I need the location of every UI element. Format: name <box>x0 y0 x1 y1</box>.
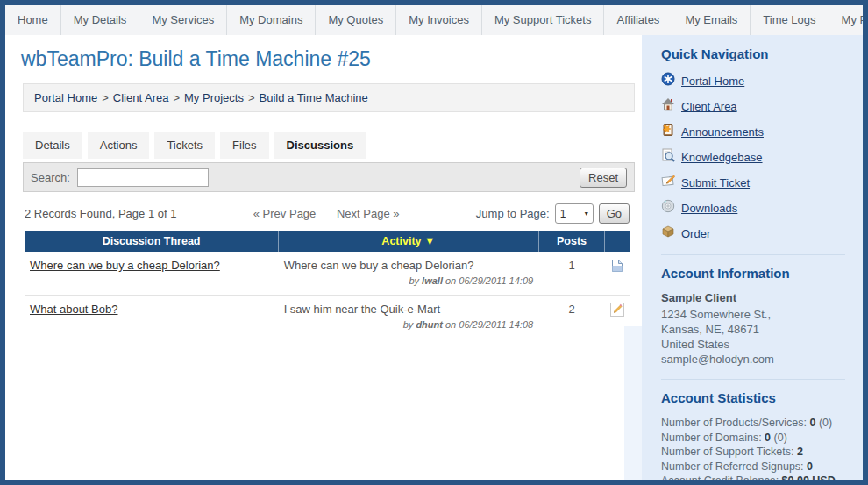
breadcrumb-client-area[interactable]: Client Area <box>113 91 169 104</box>
stat-label: Number of Support Tickets: <box>661 446 797 458</box>
nav-item-time-logs[interactable]: Time Logs <box>751 5 829 35</box>
sidebar: Quick Navigation Portal Home Client Area <box>642 35 863 480</box>
jump-to-page-label: Jump to Page: <box>476 207 550 220</box>
thread-link[interactable]: What about Bob? <box>30 303 117 316</box>
nav-item-my-projects[interactable]: My Projects <box>829 5 868 35</box>
activity-byline: by lwall on 06/29/2011 14:09 <box>284 275 534 286</box>
breadcrumb-my-projects[interactable]: My Projects <box>184 91 244 104</box>
stat-label: Account Credit Balance: <box>661 474 782 485</box>
content-area: Quick Navigation Portal Home Client Area <box>5 35 863 480</box>
go-button[interactable]: Go <box>599 203 630 224</box>
column-header-icon <box>605 231 630 252</box>
byline-author: dhunt <box>416 319 443 330</box>
tab-tickets[interactable]: Tickets <box>154 132 215 159</box>
sidebar-link-label[interactable]: Client Area <box>681 100 737 113</box>
jump-page-value: 1 <box>560 208 566 220</box>
sidebar-link-label[interactable]: Order <box>681 227 710 240</box>
account-statistics-section: Account Statistics Number of Products/Se… <box>661 390 845 485</box>
stat-value: 0 <box>807 460 813 473</box>
nav-item-affiliates[interactable]: Affiliates <box>604 5 672 35</box>
pencil-edit-icon[interactable] <box>610 303 624 319</box>
document-icon[interactable] <box>611 259 623 275</box>
announcement-icon <box>661 123 675 140</box>
nav-item-home[interactable]: Home <box>5 5 61 35</box>
tab-discussions[interactable]: Discussions <box>274 132 366 159</box>
nav-item-my-quotes[interactable]: My Quotes <box>316 5 396 35</box>
stat-suffix: (0) <box>771 432 787 444</box>
search-input[interactable] <box>77 168 209 187</box>
posts-count: 1 <box>538 252 605 296</box>
sidebar-item-client-area[interactable]: Client Area <box>661 97 845 115</box>
sidebar-item-portal-home[interactable]: Portal Home <box>661 72 845 89</box>
tab-actions[interactable]: Actions <box>88 132 150 159</box>
sidebar-link-label[interactable]: Knowledgebase <box>681 151 763 164</box>
pagination-bar: 2 Records Found, Page 1 of 1 « Prev Page… <box>25 203 630 224</box>
byline-date: on 06/29/2011 14:09 <box>445 275 533 286</box>
sidebar-item-downloads[interactable]: Downloads <box>661 199 845 217</box>
column-header-label: Activity <box>381 235 421 247</box>
account-statistics-heading: Account Statistics <box>661 390 845 405</box>
table-row: Where can we buy a cheap Delorian? Where… <box>25 252 630 296</box>
breadcrumb-portal-home[interactable]: Portal Home <box>34 91 97 104</box>
nav-item-my-support-tickets[interactable]: My Support Tickets <box>482 5 605 35</box>
pager-links: « Prev Page Next Page » <box>176 207 475 220</box>
page-title: wbTeamPro: Build a Time Machine #25 <box>21 47 635 71</box>
sidebar-item-submit-ticket[interactable]: Submit Ticket <box>661 174 845 191</box>
byline-author: lwall <box>422 275 443 286</box>
breadcrumb-current-project[interactable]: Build a Time Machine <box>260 91 368 104</box>
breadcrumb-separator: > <box>173 91 180 104</box>
tab-files[interactable]: Files <box>220 132 268 159</box>
main-nav: Home My Details My Services My Domains M… <box>5 5 863 35</box>
stat-label: Number of Referred Signups: <box>661 460 807 473</box>
column-header-discussion-thread[interactable]: Discussion Thread <box>25 231 279 252</box>
account-address-line: 1234 Somewhere St., <box>661 307 845 322</box>
nav-item-my-invoices[interactable]: My Invoices <box>396 5 482 35</box>
table-row: What about Bob? I saw him near the Quik-… <box>25 296 630 339</box>
globe-icon <box>661 72 675 89</box>
activity-text: Where can we buy a cheap Delorian? <box>284 259 534 272</box>
sidebar-link-label[interactable]: Downloads <box>681 202 737 215</box>
nav-item-my-emails[interactable]: My Emails <box>672 5 751 35</box>
jump-page-select[interactable]: 1 ▾ <box>555 203 594 224</box>
search-label: Search: <box>31 171 70 184</box>
table-header-row: Discussion Thread Activity ▼ Posts <box>25 231 630 252</box>
nav-item-my-details[interactable]: My Details <box>61 5 140 35</box>
sidebar-item-announcements[interactable]: Announcements <box>661 123 845 140</box>
sidebar-link-label[interactable]: Portal Home <box>681 75 744 88</box>
stat-suffix: (0) <box>815 417 832 429</box>
stat-credit-balance: Account Credit Balance: $0.00 USD <box>661 474 845 485</box>
column-header-activity[interactable]: Activity ▼ <box>279 231 539 252</box>
thread-link[interactable]: Where can we buy a cheap Delorian? <box>30 259 220 272</box>
sidebar-link-label[interactable]: Submit Ticket <box>681 176 750 189</box>
breadcrumb: Portal Home>Client Area>My Projects>Buil… <box>23 83 635 112</box>
account-information-heading: Account Information <box>661 266 845 281</box>
account-address-line: Kansas, NE, 48671 <box>661 322 845 337</box>
sidebar-link-label[interactable]: Announcements <box>681 125 764 139</box>
package-box-icon <box>661 225 675 242</box>
sidebar-item-knowledgebase[interactable]: Knowledgebase <box>661 148 845 166</box>
stat-value: $0.00 USD <box>782 474 836 485</box>
stat-label: Number of Products/Services: <box>661 417 810 429</box>
account-client-name: Sample Client <box>661 291 845 304</box>
prev-page-link[interactable]: « Prev Page <box>253 207 317 220</box>
account-information-section: Account Information Sample Client 1234 S… <box>661 266 845 367</box>
nav-item-my-services[interactable]: My Services <box>139 5 227 35</box>
byline-by: by <box>409 275 419 286</box>
records-found-text: 2 Records Found, Page 1 of 1 <box>25 207 176 220</box>
nav-item-my-domains[interactable]: My Domains <box>227 5 316 35</box>
byline-by: by <box>403 319 414 330</box>
next-page-link[interactable]: Next Page » <box>337 207 400 220</box>
stat-label: Number of Domains: <box>661 432 765 444</box>
sidebar-item-order[interactable]: Order <box>661 225 845 242</box>
byline-date: on 06/29/2011 14:08 <box>445 319 533 330</box>
column-header-posts[interactable]: Posts <box>538 231 605 252</box>
account-address-line: United States <box>661 337 845 352</box>
tab-details[interactable]: Details <box>23 132 82 159</box>
cd-disc-icon <box>661 199 675 217</box>
stat-support-tickets: Number of Support Tickets: 2 <box>661 445 845 460</box>
stat-domains: Number of Domains: 0 (0) <box>661 431 845 446</box>
sidebar-divider <box>661 379 845 380</box>
reset-button[interactable]: Reset <box>580 168 627 188</box>
stat-products-services: Number of Products/Services: 0 (0) <box>661 416 845 431</box>
posts-count: 2 <box>538 296 605 339</box>
